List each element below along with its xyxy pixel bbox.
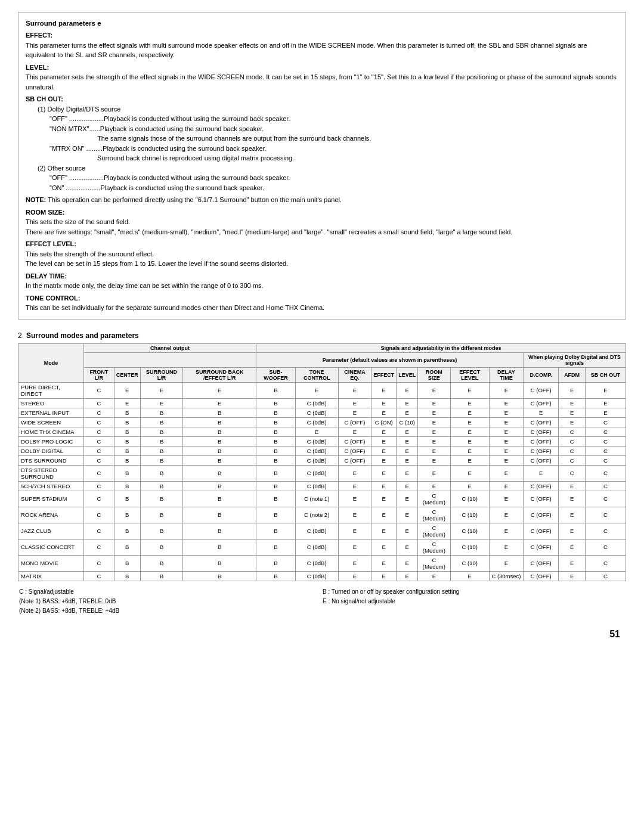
- room-size-text2: There are five settings: "small", "med.s…: [26, 228, 512, 235]
- table-row: DTS STEREO SURROUNDCBBBBC (0dB)EEEEEEECC: [18, 465, 626, 481]
- surround-lr-header: SURROUND L/R: [140, 367, 183, 382]
- effect-level-section: EFFECT LEVEL: This sets the strength of …: [26, 239, 618, 269]
- table-title: 2 Surround modes and parameters: [18, 331, 626, 340]
- header-row-3: FRONT L/R CENTER SURROUND L/R SURROUND B…: [18, 367, 626, 382]
- table-number: 2: [18, 331, 22, 340]
- table-row: MATRIXCBBBBC (0dB)EEEEEC (30msec)C (OFF)…: [18, 571, 626, 581]
- cinema-eq-header: CINEMA EQ.: [338, 367, 371, 382]
- level-heading: LEVEL:: [26, 64, 49, 71]
- effect-level-header: EFFECT LEVEL: [450, 367, 489, 382]
- sb-items-other: "OFF" ...................Playback is con…: [26, 173, 618, 193]
- table-row: WIDE SCREENCBBBBC (0dB)C (OFF)C (ON)C (1…: [18, 417, 626, 427]
- surround-parameters-box: Surround parameters e EFFECT: This param…: [18, 12, 626, 320]
- table-row: DTS SURROUNDCBBBBC (0dB)C (OFF)EEEEEC (O…: [18, 455, 626, 465]
- footer-notes: C : Signal/adjustable (Note 1) BASS: +6d…: [18, 586, 626, 617]
- table-row: PURE DIRECT, DIRECTCEEEBEEEEEEEC (OFF)EE: [18, 382, 626, 398]
- sb-effect-header: SURROUND BACK /EFFECT L/R: [183, 367, 256, 382]
- effect-header: EFFECT: [371, 367, 397, 382]
- center-header: CENTER: [114, 367, 140, 382]
- box-title: Surround parameters e: [26, 18, 618, 29]
- signals-header: Signals and adjustability in the differe…: [256, 343, 626, 352]
- level-text: This parameter sets the strength of the …: [26, 73, 617, 91]
- table-row: MONO MOVIECBBBBC (0dB)EEEC (Medum)C (10)…: [18, 555, 626, 571]
- note-2: (Note 2) BASS: +8dB, TREBLE: +4dB: [19, 606, 321, 616]
- effect-heading: EFFECT:: [26, 32, 52, 39]
- sb-ch-out-heading: SB CH OUT:: [26, 95, 63, 103]
- room-size-section: ROOM SIZE: This sets the size of the sou…: [26, 207, 618, 237]
- table-row: SUPER STADIUMCBBBBC (note 1)EEEC (Medum)…: [18, 491, 626, 507]
- header-row-2: Parameter (default values are shown in p…: [18, 352, 626, 367]
- room-size-header: ROOM SIZE: [418, 367, 450, 382]
- table-row: ROCK ARENACBBBBC (note 2)EEEC (Medum)C (…: [18, 507, 626, 523]
- dolby-header: When playing Dolby Digital and DTS signa…: [523, 352, 626, 367]
- afdm-header: AFDM: [559, 367, 585, 382]
- tone-control-text: This can be set individually for the sep…: [26, 304, 324, 311]
- note-section: NOTE: This operation can be performed di…: [26, 195, 618, 205]
- table-row: HOME THX CINEMACBBBBEEEEEEEC (OFF)CC: [18, 427, 626, 436]
- room-size-heading: ROOM SIZE:: [26, 209, 64, 216]
- table-row: DOLBY PRO LOGICCBBBBC (0dB)C (OFF)EEEEEC…: [18, 436, 626, 446]
- note-1: (Note 1) BASS: +6dB, TREBLE: 0dB: [19, 597, 321, 606]
- table-row: STEREOCEEEBC (0dB)EEEEEEC (OFF)EE: [18, 398, 626, 408]
- note-text: This operation can be performed directly…: [48, 196, 342, 203]
- effect-section: EFFECT: This parameter turns the effect …: [26, 30, 618, 60]
- table-row: 5CH/7CH STEREOCBBBBC (0dB)EEEEEEC (OFF)E…: [18, 481, 626, 491]
- sb-items-dolby: "OFF" ...................Playback is con…: [26, 114, 618, 163]
- table-row: JAZZ CLUBCBBBBC (0dB)EEEC (Medum)C (10)E…: [18, 523, 626, 539]
- sb-ch-out-header: SB CH OUT: [585, 367, 626, 382]
- other-source-label: (2) Other source: [26, 165, 85, 172]
- table-row: EXTERNAL INPUTCBBBBC (0dB)EEEEEEEEE: [18, 408, 626, 417]
- level-header: LEVEL: [397, 367, 418, 382]
- tone-control-section: TONE CONTROL: This can be set individual…: [26, 293, 618, 313]
- table-row: DOLBY DIGITALCBBBBC (0dB)C (OFF)EEEEEC (…: [18, 446, 626, 455]
- effect-level-text2: The level can be set in 15 steps from 1 …: [26, 260, 288, 267]
- note-e: E : No signal/not adjustable: [323, 597, 625, 606]
- d-comp-header: D.COMP.: [523, 367, 559, 382]
- level-section: LEVEL: This parameter sets the strength …: [26, 63, 618, 92]
- note-b: B : Turned on or off by speaker configur…: [323, 587, 625, 597]
- modes-table: Mode Channel output Signals and adjustab…: [18, 343, 626, 581]
- table-heading: Surround modes and parameters: [26, 331, 139, 340]
- effect-level-text1: This sets the strength of the surround e…: [26, 250, 154, 258]
- effect-text: This parameter turns the effect signals …: [26, 42, 587, 59]
- header-row-1: Mode Channel output Signals and adjustab…: [18, 343, 626, 352]
- ch-output-sub: [84, 352, 256, 367]
- sb-ch-out-section: SB CH OUT: (1) Dolby Digital/DTS source …: [26, 94, 618, 193]
- front-lr-header: FRONT L/R: [84, 367, 114, 382]
- table-section: 2 Surround modes and parameters Mode Cha…: [18, 331, 626, 617]
- delay-time-text: In the matrix mode only, the delay time …: [26, 282, 263, 289]
- tone-control-heading: TONE CONTROL:: [26, 294, 80, 302]
- room-size-text1: This sets the size of the sound field.: [26, 218, 130, 225]
- channel-output-header: Channel output: [84, 343, 256, 352]
- delay-time-heading: DELAY TIME:: [26, 272, 67, 280]
- sub-woofer-header: SUB- WOOFER: [256, 367, 296, 382]
- dolby-dts-label: (1) Dolby Digital/DTS source: [26, 106, 120, 113]
- tone-control-header: TONE CONTROL: [295, 367, 338, 382]
- note-c: C : Signal/adjustable: [19, 587, 321, 597]
- mode-header: Mode: [18, 343, 84, 382]
- delay-time-section: DELAY TIME: In the matrix mode only, the…: [26, 271, 618, 291]
- delay-time-header: DELAY TIME: [489, 367, 523, 382]
- note-heading: NOTE:: [26, 196, 46, 203]
- param-header: Parameter (default values are shown in p…: [256, 352, 524, 367]
- table-body: PURE DIRECT, DIRECTCEEEBEEEEEEEC (OFF)EE…: [18, 382, 626, 581]
- table-row: CLASSIC CONCERTCBBBBC (0dB)EEEC (Medum)C…: [18, 539, 626, 555]
- page-number: 51: [18, 629, 626, 640]
- effect-level-heading: EFFECT LEVEL:: [26, 240, 76, 247]
